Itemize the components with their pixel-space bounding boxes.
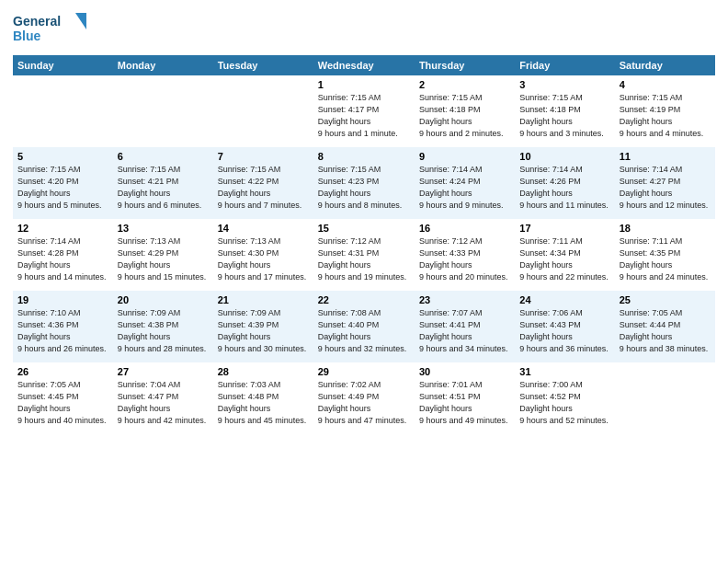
day-number: 24 bbox=[519, 294, 609, 305]
day-info: Sunrise: 7:11 AMSunset: 4:34 PMDaylight … bbox=[519, 236, 609, 283]
weekday-header-thursday: Thursday bbox=[415, 55, 515, 75]
day-number: 10 bbox=[519, 151, 609, 162]
day-info: Sunrise: 7:12 AMSunset: 4:33 PMDaylight … bbox=[419, 236, 510, 283]
calendar-cell: 29Sunrise: 7:02 AMSunset: 4:49 PMDayligh… bbox=[313, 362, 415, 434]
calendar-cell: 10Sunrise: 7:14 AMSunset: 4:26 PMDayligh… bbox=[515, 147, 614, 219]
day-number: 30 bbox=[419, 366, 510, 377]
calendar-cell: 14Sunrise: 7:13 AMSunset: 4:30 PMDayligh… bbox=[213, 219, 313, 291]
day-number: 29 bbox=[318, 366, 410, 377]
day-info: Sunrise: 7:15 AMSunset: 4:18 PMDaylight … bbox=[519, 92, 609, 140]
logo: General Blue bbox=[13, 9, 86, 48]
calendar-cell: 6Sunrise: 7:15 AMSunset: 4:21 PMDaylight… bbox=[113, 147, 213, 219]
calendar-cell: 23Sunrise: 7:07 AMSunset: 4:41 PMDayligh… bbox=[415, 291, 515, 362]
day-number: 15 bbox=[318, 223, 410, 234]
day-info: Sunrise: 7:02 AMSunset: 4:49 PMDaylight … bbox=[318, 379, 410, 427]
day-info: Sunrise: 7:15 AMSunset: 4:20 PMDaylight … bbox=[17, 164, 108, 212]
weekday-header-saturday: Saturday bbox=[615, 55, 715, 75]
day-number: 17 bbox=[519, 223, 609, 234]
day-number: 19 bbox=[17, 294, 108, 305]
day-number: 8 bbox=[318, 151, 410, 162]
day-info: Sunrise: 7:15 AMSunset: 4:19 PMDaylight … bbox=[620, 92, 711, 140]
calendar-cell: 1Sunrise: 7:15 AMSunset: 4:17 PMDaylight… bbox=[313, 75, 415, 147]
day-number: 27 bbox=[118, 366, 209, 377]
svg-text:Blue: Blue bbox=[13, 29, 41, 43]
calendar-cell: 3Sunrise: 7:15 AMSunset: 4:18 PMDaylight… bbox=[515, 75, 614, 147]
day-number: 25 bbox=[620, 294, 711, 305]
calendar-cell: 24Sunrise: 7:06 AMSunset: 4:43 PMDayligh… bbox=[515, 291, 614, 362]
calendar-container: General Blue SundayMondayTuesdayWednesda… bbox=[0, 0, 728, 442]
day-number: 12 bbox=[17, 223, 108, 234]
day-info: Sunrise: 7:11 AMSunset: 4:35 PMDaylight … bbox=[620, 236, 711, 283]
calendar-cell bbox=[615, 362, 715, 434]
day-number: 23 bbox=[419, 294, 510, 305]
calendar-cell: 27Sunrise: 7:04 AMSunset: 4:47 PMDayligh… bbox=[113, 362, 213, 434]
day-number: 3 bbox=[519, 79, 609, 90]
weekday-header-tuesday: Tuesday bbox=[213, 55, 313, 75]
day-info: Sunrise: 7:08 AMSunset: 4:40 PMDaylight … bbox=[318, 307, 410, 355]
calendar-cell: 26Sunrise: 7:05 AMSunset: 4:45 PMDayligh… bbox=[13, 362, 113, 434]
day-number: 16 bbox=[419, 223, 510, 234]
day-info: Sunrise: 7:05 AMSunset: 4:44 PMDaylight … bbox=[620, 307, 711, 355]
calendar-cell bbox=[113, 75, 213, 147]
calendar-cell bbox=[213, 75, 313, 147]
calendar-week-row: 12Sunrise: 7:14 AMSunset: 4:28 PMDayligh… bbox=[13, 219, 715, 291]
calendar-week-row: 1Sunrise: 7:15 AMSunset: 4:17 PMDaylight… bbox=[13, 75, 715, 147]
calendar-cell: 25Sunrise: 7:05 AMSunset: 4:44 PMDayligh… bbox=[615, 291, 715, 362]
day-info: Sunrise: 7:00 AMSunset: 4:52 PMDaylight … bbox=[519, 379, 609, 427]
day-number: 18 bbox=[620, 223, 711, 234]
calendar-week-row: 26Sunrise: 7:05 AMSunset: 4:45 PMDayligh… bbox=[13, 362, 715, 434]
day-info: Sunrise: 7:10 AMSunset: 4:36 PMDaylight … bbox=[17, 307, 108, 355]
calendar-cell: 13Sunrise: 7:13 AMSunset: 4:29 PMDayligh… bbox=[113, 219, 213, 291]
day-number: 22 bbox=[318, 294, 410, 305]
calendar-cell: 30Sunrise: 7:01 AMSunset: 4:51 PMDayligh… bbox=[415, 362, 515, 434]
day-number: 6 bbox=[118, 151, 209, 162]
svg-text:General: General bbox=[13, 14, 61, 29]
calendar-cell: 18Sunrise: 7:11 AMSunset: 4:35 PMDayligh… bbox=[615, 219, 715, 291]
day-info: Sunrise: 7:09 AMSunset: 4:39 PMDaylight … bbox=[218, 307, 309, 355]
weekday-header-sunday: Sunday bbox=[13, 55, 113, 75]
day-number: 11 bbox=[620, 151, 711, 162]
day-number: 14 bbox=[218, 223, 309, 234]
day-info: Sunrise: 7:15 AMSunset: 4:21 PMDaylight … bbox=[118, 164, 209, 212]
calendar-cell: 31Sunrise: 7:00 AMSunset: 4:52 PMDayligh… bbox=[515, 362, 614, 434]
day-number: 1 bbox=[318, 79, 410, 90]
calendar-cell: 21Sunrise: 7:09 AMSunset: 4:39 PMDayligh… bbox=[213, 291, 313, 362]
calendar-cell: 17Sunrise: 7:11 AMSunset: 4:34 PMDayligh… bbox=[515, 219, 614, 291]
calendar-cell: 20Sunrise: 7:09 AMSunset: 4:38 PMDayligh… bbox=[113, 291, 213, 362]
calendar-cell: 8Sunrise: 7:15 AMSunset: 4:23 PMDaylight… bbox=[313, 147, 415, 219]
calendar-cell: 19Sunrise: 7:10 AMSunset: 4:36 PMDayligh… bbox=[13, 291, 113, 362]
calendar-cell: 28Sunrise: 7:03 AMSunset: 4:48 PMDayligh… bbox=[213, 362, 313, 434]
logo-svg: General Blue bbox=[13, 9, 86, 48]
day-info: Sunrise: 7:14 AMSunset: 4:28 PMDaylight … bbox=[17, 236, 108, 283]
day-info: Sunrise: 7:05 AMSunset: 4:45 PMDaylight … bbox=[17, 379, 108, 427]
day-number: 28 bbox=[218, 366, 309, 377]
day-number: 20 bbox=[118, 294, 209, 305]
day-info: Sunrise: 7:07 AMSunset: 4:41 PMDaylight … bbox=[419, 307, 510, 355]
weekday-header-friday: Friday bbox=[515, 55, 614, 75]
day-info: Sunrise: 7:03 AMSunset: 4:48 PMDaylight … bbox=[218, 379, 309, 427]
calendar-cell bbox=[13, 75, 113, 147]
calendar-cell: 5Sunrise: 7:15 AMSunset: 4:20 PMDaylight… bbox=[13, 147, 113, 219]
day-info: Sunrise: 7:06 AMSunset: 4:43 PMDaylight … bbox=[519, 307, 609, 355]
day-number: 7 bbox=[218, 151, 309, 162]
calendar-week-row: 5Sunrise: 7:15 AMSunset: 4:20 PMDaylight… bbox=[13, 147, 715, 219]
day-info: Sunrise: 7:04 AMSunset: 4:47 PMDaylight … bbox=[118, 379, 209, 427]
day-info: Sunrise: 7:15 AMSunset: 4:22 PMDaylight … bbox=[218, 164, 309, 212]
day-info: Sunrise: 7:15 AMSunset: 4:18 PMDaylight … bbox=[419, 92, 510, 140]
weekday-header-wednesday: Wednesday bbox=[313, 55, 415, 75]
day-number: 26 bbox=[17, 366, 108, 377]
weekday-header-monday: Monday bbox=[113, 55, 213, 75]
calendar-cell: 4Sunrise: 7:15 AMSunset: 4:19 PMDaylight… bbox=[615, 75, 715, 147]
day-number: 13 bbox=[118, 223, 209, 234]
day-number: 9 bbox=[419, 151, 510, 162]
day-info: Sunrise: 7:15 AMSunset: 4:17 PMDaylight … bbox=[318, 92, 410, 140]
svg-marker-2 bbox=[75, 13, 86, 29]
day-number: 5 bbox=[17, 151, 108, 162]
calendar-table: SundayMondayTuesdayWednesdayThursdayFrid… bbox=[13, 55, 715, 434]
calendar-cell: 2Sunrise: 7:15 AMSunset: 4:18 PMDaylight… bbox=[415, 75, 515, 147]
calendar-week-row: 19Sunrise: 7:10 AMSunset: 4:36 PMDayligh… bbox=[13, 291, 715, 362]
day-info: Sunrise: 7:12 AMSunset: 4:31 PMDaylight … bbox=[318, 236, 410, 283]
day-number: 4 bbox=[620, 79, 711, 90]
day-info: Sunrise: 7:14 AMSunset: 4:27 PMDaylight … bbox=[620, 164, 711, 212]
day-info: Sunrise: 7:13 AMSunset: 4:29 PMDaylight … bbox=[118, 236, 209, 283]
